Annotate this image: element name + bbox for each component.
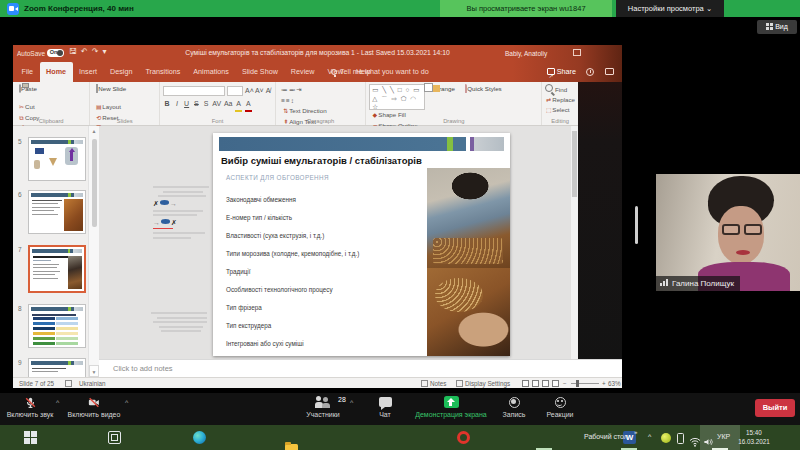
audio-options-chevron[interactable]: ^ — [56, 399, 59, 406]
current-slide[interactable]: Вибір суміші емульгаторів / стабілізатор… — [213, 133, 510, 356]
notes-pane[interactable]: Click to add notes — [99, 359, 622, 377]
font-color-button[interactable]: A — [245, 97, 252, 112]
tell-me-box[interactable]: Tell me what you want to do — [331, 62, 429, 82]
text-shadow-button[interactable]: S — [203, 97, 210, 110]
desktop-toolbar-label[interactable]: Рабочий стол — [584, 433, 628, 440]
tab-slideshow[interactable]: Slide Show — [235, 62, 284, 82]
scrollbar-thumb[interactable] — [92, 139, 97, 227]
zoom-slider[interactable] — [571, 383, 599, 384]
ppt-ribbon: Paste ✂Cut ⧉Copy 🖌Format Painter Clipboa… — [13, 82, 578, 126]
language-indicator[interactable]: УКР — [717, 433, 730, 440]
leave-meeting-button[interactable]: Выйти — [755, 399, 795, 417]
paste-button[interactable]: Paste — [16, 84, 40, 93]
thumbnail-slide-6[interactable] — [28, 190, 86, 234]
change-case-button[interactable]: Aa — [224, 97, 233, 110]
participants-chevron[interactable]: ^ — [350, 399, 353, 406]
text-direction-button[interactable]: ⇅Text Direction — [282, 106, 344, 117]
highlight-color-button[interactable]: A — [235, 97, 242, 112]
participant-name-label: Галина Полищук — [656, 276, 740, 291]
char-spacing-button[interactable]: AV — [212, 97, 221, 110]
underline-button[interactable]: U — [183, 97, 190, 110]
display-settings-button[interactable]: Display Settings — [456, 380, 510, 387]
font-size-select[interactable] — [227, 86, 243, 96]
line-spacing-icon[interactable]: ↕ — [291, 97, 295, 104]
participant-video-tile[interactable]: Галина Полищук — [656, 174, 800, 291]
file-explorer-icon[interactable] — [285, 444, 298, 450]
tab-animations[interactable]: Animations — [187, 62, 236, 82]
font-name-select[interactable] — [163, 86, 225, 96]
hidden-icons-chevron[interactable]: ^ — [648, 433, 651, 440]
cut-button[interactable]: ✂Cut — [18, 102, 66, 113]
start-video-button[interactable]: Включить видео — [64, 393, 124, 418]
tab-file[interactable]: File — [15, 62, 40, 82]
align-buttons[interactable]: ≡≡↕ — [281, 95, 302, 106]
view-switcher[interactable] — [519, 380, 559, 388]
zoom-slider-knob[interactable] — [576, 380, 579, 387]
slide-subtitle: АСПЕКТИ ДЛЯ ОБГОВОРЕННЯ — [226, 174, 329, 181]
antivirus-tray-icon[interactable] — [661, 433, 671, 443]
indent-icon[interactable]: ⇥ — [296, 86, 302, 93]
scroll-up-icon[interactable]: ▲ — [89, 126, 99, 136]
notes-placeholder[interactable]: Click to add notes — [113, 360, 173, 378]
tab-transitions[interactable]: Transitions — [139, 62, 187, 82]
quick-styles-button[interactable]: Quick Styles — [462, 84, 504, 93]
thumbnail-slide-5[interactable] — [28, 137, 86, 181]
desktop-toolbar-expand-icon[interactable]: » — [634, 429, 637, 435]
share-button[interactable]: Share — [547, 62, 576, 82]
task-view-icon[interactable] — [108, 431, 121, 444]
view-options-button[interactable]: Настройки просмотра ⌄ — [616, 0, 724, 17]
thumbnail-slide-7-selected[interactable] — [28, 245, 86, 293]
video-panel-handle[interactable] — [635, 206, 638, 244]
history-icon[interactable] — [586, 68, 594, 76]
zoom-in-button[interactable]: + — [602, 380, 606, 387]
comments-icon[interactable] — [605, 68, 614, 75]
tab-design[interactable]: Design — [104, 62, 139, 82]
scroll-down-icon[interactable]: ▼ — [89, 365, 99, 377]
chat-button[interactable]: Чат — [365, 393, 405, 418]
find-button[interactable]: Find — [545, 84, 575, 95]
volume-icon[interactable] — [703, 433, 714, 450]
bullets-icon[interactable]: ≔ — [281, 86, 289, 93]
reactions-button[interactable]: Реакции — [538, 393, 582, 418]
taskbar-clock[interactable]: 15:40 16.03.2021 — [732, 429, 776, 446]
video-options-chevron[interactable]: ^ — [125, 399, 128, 406]
phone-tray-icon[interactable] — [677, 433, 684, 444]
tab-home[interactable]: Home — [40, 62, 73, 82]
replace-button[interactable]: ⇄Replace — [545, 95, 575, 106]
new-slide-icon — [96, 84, 98, 93]
zoom-view-button[interactable]: Вид — [757, 20, 797, 34]
thumbnail-scrollbar[interactable]: ▲ ▼ — [88, 126, 99, 377]
bold-button[interactable]: B — [164, 97, 171, 110]
share-screen-button[interactable]: Демонстрация экрана — [411, 393, 491, 418]
start-button[interactable] — [24, 431, 37, 444]
list-buttons[interactable]: ≔≕⇥ — [281, 84, 302, 95]
eye-icon — [160, 200, 169, 205]
select-button[interactable]: ⬚Select — [545, 105, 575, 116]
shapes-gallery[interactable]: ▭ ╲ ╲ □ ○ ▭ △ ⌒ ⇨ ⬠ ◠ ☆ 〔 〕 ☆ ◇ — [369, 84, 425, 110]
spellcheck-icon[interactable] — [65, 380, 74, 387]
arrange-button[interactable]: Arrange — [430, 84, 458, 93]
canvas-scrollbar[interactable] — [571, 126, 578, 359]
thumbnail-slide-9[interactable] — [28, 358, 86, 377]
opera-icon[interactable] — [457, 431, 470, 444]
grow-font-icon[interactable]: A˄ — [245, 84, 254, 97]
zoom-out-button[interactable]: − — [563, 380, 567, 387]
shrink-font-icon[interactable]: A˅ — [255, 84, 264, 97]
unmute-button[interactable]: Включить звук — [2, 393, 58, 418]
zoom-level[interactable]: 63% — [608, 380, 621, 387]
layout-button[interactable]: ▤Layout — [95, 102, 123, 113]
edge-icon[interactable] — [193, 431, 206, 444]
strikethrough-button[interactable]: S — [193, 97, 200, 110]
language-indicator[interactable]: Ukrainian — [79, 380, 106, 387]
italic-button[interactable]: I — [173, 97, 180, 110]
new-slide-button[interactable]: New Slide — [93, 84, 129, 93]
clear-format-icon[interactable]: A̸ — [265, 84, 272, 97]
wifi-icon[interactable] — [689, 433, 701, 450]
slide-indicator: Slide 7 of 25 — [19, 380, 54, 387]
notes-toggle[interactable]: Notes — [421, 380, 446, 387]
thumbnail-slide-8[interactable] — [28, 304, 86, 348]
tab-review[interactable]: Review — [284, 62, 321, 82]
tab-insert[interactable]: Insert — [73, 62, 104, 82]
ribbon-options-icon[interactable] — [573, 49, 581, 56]
record-button[interactable]: Запись — [494, 393, 534, 418]
